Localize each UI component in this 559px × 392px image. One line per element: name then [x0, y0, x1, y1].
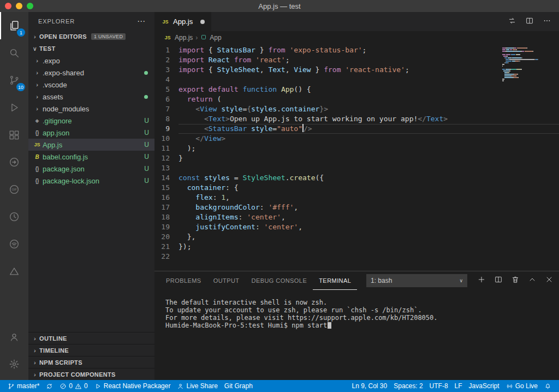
- status-live-share[interactable]: Live Share: [174, 380, 221, 392]
- minimap[interactable]: [502, 47, 552, 84]
- panel-tab-debug-console[interactable]: DEBUG CONSOLE: [246, 271, 313, 290]
- folder-.vscode[interactable]: ›.vscode: [28, 79, 154, 91]
- split-editor-button[interactable]: [525, 16, 534, 27]
- open-changes-button[interactable]: [508, 16, 516, 27]
- section-npm-scripts[interactable]: ›NPM SCRIPTS: [28, 356, 154, 368]
- split-terminal-button[interactable]: [494, 275, 503, 286]
- maximize-panel-button[interactable]: [528, 275, 537, 286]
- status-notifications[interactable]: [541, 380, 555, 392]
- panel-tab-terminal[interactable]: TERMINAL: [313, 271, 357, 290]
- line-number: 11: [154, 144, 179, 153]
- line-number: 20: [154, 232, 179, 242]
- breadcrumb-file[interactable]: App.js: [175, 34, 193, 41]
- titlebar: App.js — test: [0, 0, 559, 12]
- more-actions-icon[interactable]: ⋯: [137, 16, 146, 26]
- activity-search[interactable]: [0, 39, 28, 67]
- line-number: 9: [154, 124, 179, 134]
- code-line-2[interactable]: 2import React from 'react';: [154, 55, 559, 65]
- status-indentation[interactable]: Spaces: 2: [390, 380, 426, 392]
- tab-label: App.js: [173, 17, 193, 26]
- panel-tab-problems[interactable]: PROBLEMS: [160, 271, 207, 290]
- line-number: 4: [154, 75, 179, 85]
- code-line-9[interactable]: 9 <StatusBar style="auto"/>: [154, 124, 559, 134]
- folder-.expo[interactable]: ›.expo: [28, 55, 154, 67]
- minimize-window-button[interactable]: [16, 3, 22, 9]
- activity-explorer[interactable]: 1: [0, 12, 28, 39]
- close-window-button[interactable]: [5, 3, 11, 9]
- status-problems[interactable]: 00: [56, 380, 91, 392]
- status-react-native-packager[interactable]: React Native Packager: [91, 380, 174, 392]
- zoom-window-button[interactable]: [27, 3, 33, 9]
- status-git-graph[interactable]: Git Graph: [221, 380, 256, 392]
- code-line-8[interactable]: 8 <Text>Open up App.js to start working …: [154, 114, 559, 124]
- code-line-15[interactable]: 15 container: {: [154, 183, 559, 193]
- folder-assets[interactable]: ›assets: [28, 91, 154, 103]
- file-package.json[interactable]: {}package.jsonU: [28, 163, 154, 175]
- terminal-output[interactable]: The default interactive shell is now zsh…: [154, 290, 559, 380]
- code-line-16[interactable]: 16 flex: 1,: [154, 193, 559, 203]
- file-babel.config.js[interactable]: Bbabel.config.jsU: [28, 151, 154, 163]
- code-line-12[interactable]: 12}: [154, 153, 559, 163]
- folder-label: .expo-shared: [43, 69, 84, 77]
- project-section-header[interactable]: ∨ TEST: [28, 43, 154, 55]
- tab-appjs[interactable]: JS App.js: [154, 12, 211, 31]
- code-line-22[interactable]: 22: [154, 252, 559, 262]
- terminal-shell-select[interactable]: 1: bash ∨: [366, 274, 467, 287]
- activity-accounts[interactable]: [0, 323, 28, 351]
- activity-extensions[interactable]: [0, 121, 28, 149]
- code-editor[interactable]: 1import { StatusBar } from 'expo-status-…: [154, 44, 559, 271]
- activity-settings[interactable]: [0, 351, 28, 378]
- section-project-components[interactable]: ›PROJECT COMPONENTS: [28, 368, 154, 380]
- activity-remote-explorer[interactable]: [0, 149, 28, 176]
- code-line-14[interactable]: 14const styles = StyleSheet.create({: [154, 173, 559, 183]
- new-terminal-button[interactable]: [477, 275, 486, 286]
- code-line-13[interactable]: 13: [154, 163, 559, 173]
- status-sync-changes[interactable]: [43, 380, 56, 392]
- code-line-5[interactable]: 5export default function App() {: [154, 85, 559, 94]
- code-line-20[interactable]: 20 },: [154, 232, 559, 242]
- status-language-mode[interactable]: JavaScript: [466, 380, 503, 392]
- code-line-7[interactable]: 7 <View style={styles.container}>: [154, 104, 559, 114]
- folder-label: .vscode: [43, 81, 67, 89]
- section-outline[interactable]: ›OUTLINE: [28, 332, 154, 344]
- code-line-4[interactable]: 4: [154, 75, 559, 85]
- file-package-lock.json[interactable]: {}package-lock.jsonU: [28, 175, 154, 187]
- activity-run-and-debug[interactable]: [0, 94, 28, 121]
- status-eol[interactable]: LF: [451, 380, 466, 392]
- code-line-18[interactable]: 18 alignItems: 'center',: [154, 212, 559, 222]
- activity-source-control[interactable]: 10: [0, 67, 28, 94]
- activity-live-server[interactable]: [0, 230, 28, 258]
- kill-terminal-button[interactable]: [511, 275, 520, 286]
- file-app.json[interactable]: {}app.jsonU: [28, 127, 154, 139]
- status-encoding[interactable]: UTF-8: [426, 380, 451, 392]
- babel-file-icon: B: [33, 154, 41, 160]
- activity-time-extension[interactable]: [0, 203, 28, 230]
- activity-deploy-extension[interactable]: [0, 258, 28, 285]
- panel-tab-output[interactable]: OUTPUT: [207, 271, 246, 290]
- code-line-1[interactable]: 1import { StatusBar } from 'expo-status-…: [154, 45, 559, 55]
- more-actions-button[interactable]: [543, 16, 551, 27]
- code-line-6[interactable]: 6 return (: [154, 94, 559, 104]
- close-panel-button[interactable]: [545, 275, 554, 286]
- code-line-11[interactable]: 11 );: [154, 144, 559, 153]
- status-git-branch[interactable]: master*: [4, 380, 43, 392]
- line-number: 21: [154, 242, 179, 252]
- code-line-19[interactable]: 19 justifyContent: 'center',: [154, 222, 559, 232]
- open-editors-section[interactable]: › OPEN EDITORS 1 UNSAVED: [28, 31, 154, 43]
- shell-select-value: 1: bash: [371, 277, 459, 284]
- code-line-17[interactable]: 17 backgroundColor: '#fff',: [154, 203, 559, 212]
- file-App.js[interactable]: JSApp.jsU: [28, 139, 154, 151]
- folder-node_modules[interactable]: ›node_modules: [28, 103, 154, 115]
- breadcrumb-separator: ›: [195, 34, 198, 41]
- chevron-right-icon: ›: [31, 359, 39, 366]
- code-line-3[interactable]: 3import { StyleSheet, Text, View } from …: [154, 65, 559, 75]
- status-go-live[interactable]: Go Live: [503, 380, 541, 392]
- folder-.expo-shared[interactable]: ›.expo-shared: [28, 67, 154, 79]
- activity-gif-extension[interactable]: GIF: [0, 176, 28, 203]
- file-.gitignore[interactable]: ◆.gitignoreU: [28, 115, 154, 127]
- breadcrumb-symbol[interactable]: App: [210, 34, 221, 41]
- code-line-21[interactable]: 21});: [154, 242, 559, 252]
- section-timeline[interactable]: ›TIMELINE: [28, 344, 154, 356]
- code-line-10[interactable]: 10 </View>: [154, 134, 559, 144]
- status-cursor-position[interactable]: Ln 9, Col 30: [349, 380, 391, 392]
